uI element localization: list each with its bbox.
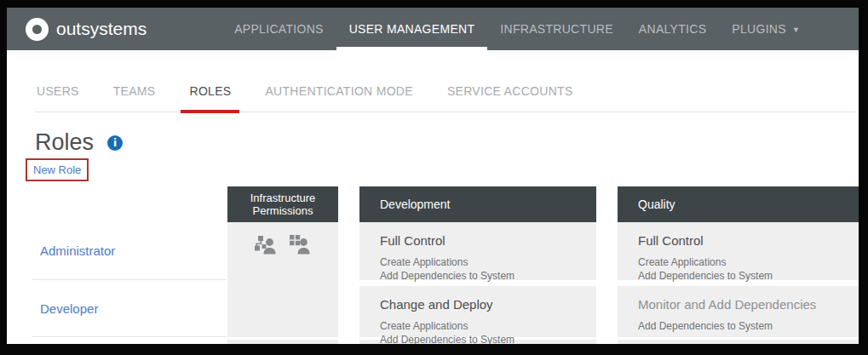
outsystems-logo-icon [26, 18, 49, 41]
nav-item-user-management[interactable]: USER MANAGEMENT [336, 8, 488, 50]
tab-label: USERS [37, 84, 79, 98]
permission-detail: Add Dependencies to System [638, 319, 859, 333]
nav-item-infrastructure[interactable]: INFRASTRUCTURE [487, 8, 626, 50]
column-header-quality: Quality [618, 186, 859, 222]
permission-level: Full Control [638, 233, 859, 248]
brand-name: outsystems [56, 19, 147, 39]
tab-label: ROLES [189, 84, 231, 98]
screenshot-frame: outsystems APPLICATIONS USER MANAGEMENT … [0, 0, 868, 355]
tab-teams[interactable]: TEAMS [112, 84, 158, 112]
top-nav-menu: APPLICATIONS USER MANAGEMENT INFRASTRUCT… [221, 8, 813, 50]
tab-users[interactable]: USERS [35, 84, 81, 112]
nav-item-label: APPLICATIONS [234, 22, 323, 36]
quality-cell-administrator: Full Control Create Applications Add Dep… [618, 222, 859, 280]
nav-item-label: ANALYTICS [639, 22, 706, 36]
permission-detail: Create Applications [380, 255, 588, 269]
new-role-annotation-box: New Role [26, 158, 89, 181]
grid-person-icon [289, 234, 312, 256]
user-management-page: outsystems APPLICATIONS USER MANAGEMENT … [7, 8, 859, 344]
role-link-administrator[interactable]: Administrator [40, 243, 115, 258]
new-role-link[interactable]: New Role [33, 163, 81, 176]
info-icon[interactable]: i [107, 135, 123, 151]
chevron-down-icon: ▼ [792, 26, 800, 34]
tab-label: AUTHENTICATION MODE [265, 84, 412, 98]
table-row-partial [618, 340, 859, 344]
tab-label: TEAMS [113, 84, 156, 98]
column-header-infrastructure: Infrastructure Permissions [227, 186, 338, 222]
table-row: Developer [32, 280, 226, 337]
development-cell-administrator: Full Control Create Applications Add Dep… [359, 222, 596, 280]
roles-table: Administrator Developer Infrastructure P… [7, 186, 859, 344]
permission-level: Full Control [380, 233, 588, 248]
page-title: Roles [35, 129, 94, 156]
nav-item-analytics[interactable]: ANALYTICS [626, 8, 719, 50]
table-row: Administrator [32, 222, 226, 280]
quality-cell-developer: Monitor and Add Dependencies Add Depende… [618, 286, 859, 337]
development-cell-developer: Change and Deploy Create Applications Ad… [359, 286, 596, 337]
top-nav-bar: outsystems APPLICATIONS USER MANAGEMENT … [7, 8, 859, 50]
tab-roles[interactable]: ROLES [187, 84, 233, 112]
role-link-developer[interactable]: Developer [40, 301, 98, 316]
outsystems-brand[interactable]: outsystems [26, 18, 147, 41]
nav-item-label: USER MANAGEMENT [349, 22, 475, 36]
permission-detail: Create Applications [638, 255, 859, 269]
column-header-development: Development [359, 186, 596, 222]
permission-detail: Create Applications [380, 319, 588, 333]
tab-label: SERVICE ACCOUNTS [447, 84, 573, 98]
page-header: Roles i [35, 129, 859, 156]
org-chart-person-icon [255, 234, 278, 256]
permission-level: Monitor and Add Dependencies [638, 297, 859, 312]
permission-level: Change and Deploy [380, 297, 588, 312]
nav-item-plugins[interactable]: PLUGINS ▼ [719, 8, 813, 50]
column-quality: Quality Full Control Create Applications… [618, 186, 859, 344]
permission-detail: Add Dependencies to System [380, 269, 588, 283]
column-infrastructure-permissions: Infrastructure Permissions [227, 186, 338, 344]
nav-item-applications[interactable]: APPLICATIONS [221, 8, 336, 50]
nav-item-label: INFRASTRUCTURE [500, 22, 613, 36]
infrastructure-permissions-cell [227, 222, 338, 337]
column-development: Development Full Control Create Applicat… [359, 186, 596, 344]
tab-authentication-mode[interactable]: AUTHENTICATION MODE [263, 84, 414, 112]
section-tabs: USERS TEAMS ROLES AUTHENTICATION MODE SE… [35, 50, 855, 112]
tab-service-accounts[interactable]: SERVICE ACCOUNTS [445, 84, 575, 112]
table-row-partial [227, 340, 338, 344]
nav-item-label: PLUGINS [732, 22, 786, 36]
permission-detail: Add Dependencies to System [638, 269, 859, 283]
